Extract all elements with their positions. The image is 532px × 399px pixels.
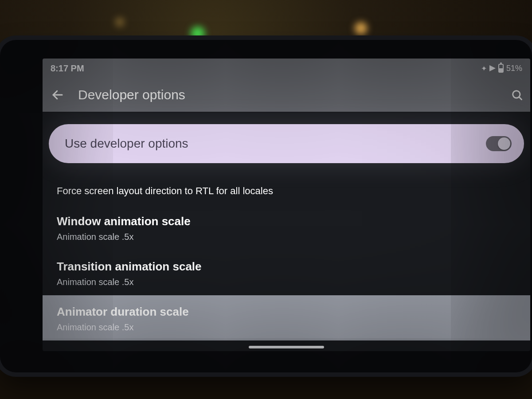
use-developer-options-label: Use developer options — [65, 137, 486, 151]
search-button[interactable] — [507, 85, 527, 105]
back-button[interactable] — [48, 85, 67, 105]
setting-secondary: Animation scale .5x — [57, 322, 516, 332]
setting-animator-duration[interactable]: Animator duration scaleAnimation scale .… — [43, 295, 530, 340]
settings-list: Force screen layout direction to RTL for… — [46, 176, 527, 340]
status-right: ✦ 51% — [481, 64, 522, 73]
device-frame: 8:17 PM ✦ 51% Developer options — [0, 40, 532, 372]
screen: 8:17 PM ✦ 51% Developer options — [43, 59, 530, 351]
app-bar: Developer options — [43, 78, 530, 112]
setting-primary: Window animation scale — [57, 215, 516, 228]
use-developer-options-row[interactable]: Use developer options — [49, 124, 524, 163]
setting-force-rtl[interactable]: Force screen layout direction to RTL for… — [57, 176, 516, 205]
setting-secondary: Animation scale .5x — [57, 232, 516, 242]
battery-percent: 51% — [506, 64, 522, 73]
page-title: Developer options — [78, 87, 185, 102]
svg-line-2 — [519, 97, 521, 99]
status-time: 8:17 PM — [51, 63, 84, 74]
setting-primary: Transition animation scale — [57, 260, 516, 274]
status-bar: 8:17 PM ✦ 51% — [43, 59, 530, 78]
wifi-icon — [489, 65, 496, 71]
setting-primary: Animator duration scale — [57, 305, 516, 319]
setting-transition-anim[interactable]: Transition animation scaleAnimation scal… — [57, 250, 516, 295]
content: Use developer options Force screen layou… — [43, 112, 530, 340]
toggle-knob — [498, 137, 510, 150]
setting-primary: Force screen layout direction to RTL for… — [57, 185, 516, 197]
nfc-icon: ✦ — [481, 64, 487, 73]
battery-icon — [498, 64, 504, 73]
setting-window-anim[interactable]: Window animation scaleAnimation scale .5… — [57, 205, 516, 250]
search-icon — [511, 89, 523, 101]
setting-secondary: Animation scale .5x — [57, 277, 516, 287]
gesture-nav-handle[interactable] — [249, 346, 324, 348]
use-developer-options-toggle[interactable] — [486, 136, 512, 151]
arrow-left-icon — [51, 88, 64, 102]
